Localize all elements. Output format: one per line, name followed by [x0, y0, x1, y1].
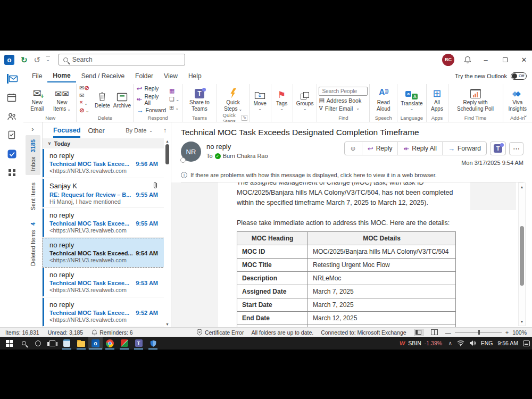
- tasks-module-icon[interactable]: [0, 130, 23, 140]
- more-apps-grid-icon[interactable]: [0, 168, 23, 177]
- mail-module-icon[interactable]: [0, 74, 23, 84]
- collapse-ribbon-button[interactable]: ⌄: [523, 112, 528, 119]
- security-app-button[interactable]: [146, 337, 160, 350]
- search-input[interactable]: Search: [59, 54, 185, 65]
- viva-insights-button[interactable]: Viva Insights: [505, 86, 530, 113]
- junk-button[interactable]: ✉✕⌄: [79, 92, 91, 106]
- block-sender-button[interactable]: ⊘⌄: [79, 107, 91, 114]
- restore-button[interactable]: [500, 56, 510, 64]
- action-center-icon[interactable]: [523, 340, 530, 346]
- tab-file[interactable]: File: [27, 70, 47, 82]
- notifications-bell-icon[interactable]: [464, 56, 471, 64]
- reading-view-button[interactable]: [414, 329, 423, 336]
- message-info-bar[interactable]: i If there are problems with how this me…: [181, 169, 523, 182]
- reply-button[interactable]: ↩Reply: [135, 85, 167, 92]
- task-view-button[interactable]: [45, 337, 60, 350]
- message-list-scrollbar[interactable]: ▲ ▼: [164, 138, 171, 327]
- taskbar-search-button[interactable]: [16, 337, 31, 350]
- new-email-button[interactable]: ✉+ New Email: [26, 86, 48, 113]
- im-reply-button[interactable]: ❏⌄: [169, 96, 179, 103]
- read-aloud-button[interactable]: A))) Read Aloud: [371, 86, 395, 113]
- sender-name[interactable]: no reply: [206, 143, 268, 151]
- groups-button[interactable]: Groups⌄: [295, 87, 315, 112]
- delete-button[interactable]: Delete: [93, 89, 111, 110]
- folder-tab-deleted-items[interactable]: Deleted Items4: [26, 218, 40, 270]
- new-outlook-toggle[interactable]: Off: [511, 72, 527, 80]
- show-hidden-icons-button[interactable]: ∧: [448, 340, 452, 346]
- reply-button[interactable]: ↩Reply: [362, 142, 398, 155]
- tab-view[interactable]: View: [159, 70, 183, 82]
- scroll-down-icon[interactable]: ▼: [165, 321, 169, 327]
- volume-icon[interactable]: [469, 340, 476, 346]
- chrome-button[interactable]: [103, 337, 117, 350]
- email-list-item[interactable]: no reply Technical MOC Task Excee...9:55…: [43, 208, 171, 238]
- share-to-teams-button[interactable]: T: [490, 142, 506, 155]
- zoom-slider-thumb[interactable]: [478, 330, 480, 335]
- reading-pane-layout-button[interactable]: [431, 329, 438, 335]
- tab-folder[interactable]: Folder: [130, 70, 159, 82]
- zoom-slider[interactable]: [455, 332, 502, 332]
- reply-all-button[interactable]: ↞Reply All: [135, 93, 167, 106]
- more-respond-button[interactable]: ⊞⌄: [169, 104, 179, 111]
- tab-other[interactable]: Other: [88, 124, 104, 137]
- archive-button[interactable]: Archive: [112, 89, 131, 110]
- forward-button[interactable]: →Forward: [135, 107, 167, 114]
- outlook-taskbar-button[interactable]: o: [88, 337, 103, 350]
- emoji-reaction-button[interactable]: ☺: [345, 142, 362, 155]
- folder-tab-sent-items[interactable]: Sent Items: [26, 178, 40, 215]
- teams-taskbar-button[interactable]: T: [131, 337, 146, 350]
- stock-ticker-widget[interactable]: W SBIN -1.39%: [400, 340, 442, 346]
- reply-all-button[interactable]: ↞Reply All: [397, 142, 442, 155]
- recipient-name[interactable]: Burri Chakra Rao: [223, 153, 268, 159]
- more-actions-button[interactable]: ⋯: [509, 142, 523, 155]
- email-list-item[interactable]: Sanjay K RE: Request for Review – B...9:…: [43, 178, 171, 208]
- email-list-item-selected[interactable]: no reply Technical MOC Task Exceed...9:5…: [43, 238, 171, 268]
- tab-focused[interactable]: Focused: [53, 123, 80, 138]
- scroll-up-icon[interactable]: ▲: [165, 138, 169, 144]
- people-module-icon[interactable]: [0, 112, 23, 121]
- file-explorer-button[interactable]: [74, 337, 88, 350]
- tab-home[interactable]: Home: [47, 70, 76, 82]
- start-button[interactable]: [2, 337, 16, 350]
- quick-steps-button[interactable]: Quick Steps⌄: [219, 86, 247, 113]
- tab-send-receive[interactable]: Send / Receive: [76, 70, 130, 82]
- undo-icon[interactable]: ↺: [34, 56, 41, 64]
- scheduling-poll-button[interactable]: Reply with Scheduling Poll: [450, 86, 501, 113]
- scrollbar-thumb[interactable]: [165, 144, 169, 164]
- scroll-up-icon[interactable]: ▲: [520, 184, 524, 190]
- cortana-button[interactable]: [31, 337, 45, 350]
- expand-folder-pane-icon[interactable]: ›: [31, 122, 34, 135]
- translate-button[interactable]: aA Translate⌄: [399, 87, 424, 112]
- account-avatar[interactable]: BC: [442, 54, 454, 66]
- tags-button[interactable]: ⚑ Tags⌄: [273, 87, 291, 112]
- todo-module-icon[interactable]: [0, 149, 23, 159]
- certificate-error[interactable]: Certificate Error: [196, 329, 244, 336]
- meeting-reply-button[interactable]: ▦: [169, 87, 179, 94]
- filter-email-button[interactable]: ∇Filter Email⌄: [319, 105, 368, 112]
- today-group-header[interactable]: ∨Today: [43, 138, 171, 148]
- language-indicator[interactable]: ENG: [481, 340, 493, 346]
- search-people-input[interactable]: Search People: [319, 87, 368, 96]
- sort-by-date-dropdown[interactable]: By Date⌄: [126, 127, 153, 134]
- clock[interactable]: 9:56 AM: [497, 340, 518, 346]
- calendar-module-icon[interactable]: [0, 93, 23, 103]
- all-apps-button[interactable]: ⊞ All Apps: [428, 86, 446, 113]
- customize-quick-access-caret-icon[interactable]: ⌄: [46, 56, 50, 62]
- wifi-icon[interactable]: [457, 340, 464, 346]
- address-book-button[interactable]: ▤Address Book: [319, 97, 368, 104]
- sender-avatar[interactable]: NR: [181, 142, 201, 162]
- tab-help[interactable]: Help: [183, 70, 207, 82]
- move-button[interactable]: Move⌄: [251, 87, 269, 112]
- forward-button[interactable]: →Forward: [442, 142, 486, 155]
- app-button[interactable]: [117, 337, 131, 350]
- email-list-item[interactable]: no reply Technical MOC Task Excee...9:53…: [43, 268, 171, 297]
- scrollbar-thumb[interactable]: [520, 226, 524, 286]
- reading-pane-scrollbar[interactable]: ▲ ▼: [518, 182, 526, 326]
- notes-app-button[interactable]: [60, 337, 74, 350]
- zoom-in-button[interactable]: +: [505, 329, 509, 336]
- send-receive-sync-icon[interactable]: ↻: [21, 56, 28, 64]
- reminders-status[interactable]: Reminders: 6: [92, 329, 132, 336]
- zoom-out-button[interactable]: —: [445, 329, 451, 336]
- email-list-item[interactable]: no reply Technical MOC Task Excee...9:52…: [43, 297, 171, 327]
- ignore-button[interactable]: ✉⊘: [79, 85, 91, 92]
